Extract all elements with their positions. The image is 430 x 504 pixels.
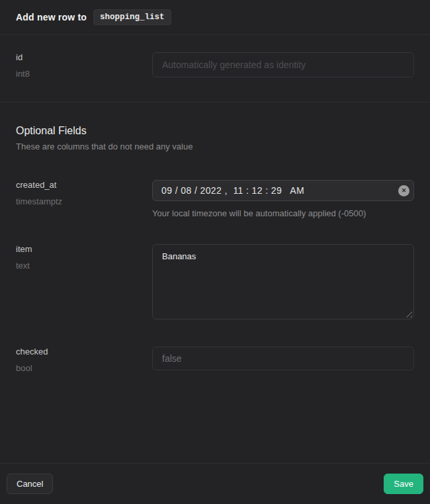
field-name-created-at: created_at — [16, 180, 152, 190]
field-label-col-checked: checked bool — [16, 347, 152, 373]
cancel-button[interactable]: Cancel — [7, 474, 53, 494]
field-type-created-at: timestamptz — [16, 196, 152, 206]
optional-fields-section: Optional Fields These are columns that d… — [0, 103, 430, 373]
created-at-datetime-input[interactable]: 09 / 08 / 2022 , 11 : 12 : 29 AM ✕ — [152, 180, 414, 201]
checked-input[interactable] — [152, 347, 414, 370]
field-input-col-created-at: 09 / 08 / 2022 , 11 : 12 : 29 AM ✕ Your … — [152, 180, 414, 218]
field-label-col-created-at: created_at timestamptz — [16, 180, 152, 206]
field-type-id: int8 — [16, 69, 152, 79]
field-input-col-item: Bananas — [152, 244, 414, 319]
field-type-checked: bool — [16, 363, 152, 373]
field-name-checked: checked — [16, 347, 152, 357]
clear-datetime-icon[interactable]: ✕ — [398, 185, 409, 196]
field-name-item: item — [16, 244, 152, 254]
field-row-checked: checked bool — [16, 347, 414, 373]
item-textarea[interactable]: Bananas — [152, 244, 414, 319]
timezone-note: Your local timezone will be automaticall… — [152, 208, 414, 218]
field-label-col-id: id int8 — [16, 52, 152, 79]
field-row-id: id int8 — [16, 52, 414, 79]
field-row-created-at: created_at timestamptz 09 / 08 / 2022 , … — [16, 180, 414, 218]
required-fields-section: id int8 — [0, 35, 430, 103]
field-name-id: id — [16, 52, 152, 62]
add-row-panel: Add new row to shopping_list id int8 Opt… — [0, 0, 430, 504]
optional-fields-subheading: These are columns that do not need any v… — [16, 142, 414, 151]
panel-title: Add new row to — [16, 12, 87, 22]
id-input — [152, 52, 414, 77]
save-button[interactable]: Save — [384, 474, 423, 494]
field-row-item: item text Bananas — [16, 244, 414, 319]
field-label-col-item: item text — [16, 244, 152, 271]
field-input-col-id — [152, 52, 414, 77]
panel-footer: Cancel Save — [0, 463, 430, 504]
field-type-item: text — [16, 261, 152, 271]
optional-fields-heading: Optional Fields — [16, 125, 414, 137]
table-name-badge: shopping_list — [93, 9, 171, 25]
field-input-col-checked — [152, 347, 414, 370]
created-at-value[interactable]: 09 / 08 / 2022 , 11 : 12 : 29 AM — [161, 185, 304, 196]
panel-header: Add new row to shopping_list — [0, 0, 430, 35]
